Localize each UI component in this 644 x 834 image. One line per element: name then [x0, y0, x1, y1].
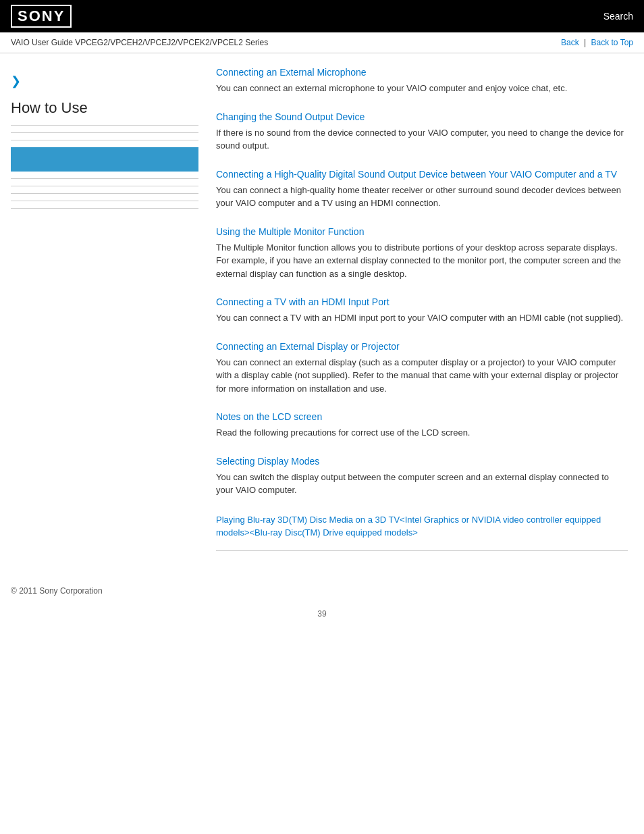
sidebar-divider-7: [11, 201, 198, 201]
bottom-link[interactable]: Playing Blu-ray 3D(TM) Disc Media on a 3…: [216, 515, 601, 538]
breadcrumb: VAIO User Guide VPCEG2/VPCEH2/VPCEJ2/VPC…: [11, 38, 268, 47]
section-title-ext-display[interactable]: Connecting an External Display or Projec…: [216, 341, 628, 352]
back-to-top-link[interactable]: Back to Top: [591, 38, 633, 47]
sidebar-divider-2: [11, 132, 198, 133]
section-body-multiple-monitor: The Multiple Monitor function allows you…: [216, 241, 628, 281]
page-number: 39: [317, 609, 326, 619]
section-title-sound-output[interactable]: Changing the Sound Output Device: [216, 111, 628, 122]
sidebar-arrow[interactable]: ❯: [11, 74, 198, 88]
section-sound-output: Changing the Sound Output Device If ther…: [216, 111, 628, 153]
main-container: ❯ How to Use Connecting an External Micr…: [0, 53, 644, 575]
search-button[interactable]: Search: [603, 11, 633, 22]
section-title-lcd-screen[interactable]: Notes on the LCD screen: [216, 411, 628, 422]
section-title-tv-hdmi[interactable]: Connecting a TV with an HDMI Input Port: [216, 296, 628, 307]
sub-header: VAIO User Guide VPCEG2/VPCEH2/VPCEJ2/VPC…: [0, 32, 644, 53]
section-title-ext-microphone[interactable]: Connecting an External Microphone: [216, 67, 628, 78]
section-body-digital-sound: You can connect a high-quality home thea…: [216, 184, 628, 210]
copyright: © 2011 Sony Corporation: [0, 575, 644, 596]
sidebar-divider-8: [11, 208, 198, 209]
section-lcd-screen: Notes on the LCD screen Read the followi…: [216, 411, 628, 440]
sidebar-divider-5: [11, 186, 198, 186]
section-multiple-monitor: Using the Multiple Monitor Function The …: [216, 226, 628, 281]
section-title-display-modes[interactable]: Selecting Display Modes: [216, 456, 628, 467]
section-display-modes: Selecting Display Modes You can switch t…: [216, 456, 628, 497]
sidebar-divider-1: [11, 125, 198, 126]
section-body-ext-microphone: You can connect an external microphone t…: [216, 82, 628, 95]
back-link[interactable]: Back: [561, 38, 579, 47]
section-tv-hdmi: Connecting a TV with an HDMI Input Port …: [216, 296, 628, 325]
section-body-ext-display: You can connect an external display (suc…: [216, 356, 628, 396]
content-area: Connecting an External Microphone You ca…: [209, 67, 644, 562]
nav-divider: |: [584, 38, 588, 47]
sidebar: ❯ How to Use: [0, 67, 209, 562]
sidebar-active-item[interactable]: [11, 147, 198, 172]
sidebar-divider-6: [11, 193, 198, 194]
sony-logo: SONY: [11, 5, 72, 28]
sidebar-divider-4: [11, 178, 198, 179]
section-title-multiple-monitor[interactable]: Using the Multiple Monitor Function: [216, 226, 628, 237]
header: SONY Search: [0, 0, 644, 32]
sidebar-divider-3: [11, 140, 198, 140]
bottom-divider: [216, 550, 628, 551]
section-digital-sound: Connecting a High-Quality Digital Sound …: [216, 169, 628, 210]
sidebar-title: How to Use: [11, 99, 198, 117]
section-body-lcd-screen: Read the following precautions for corre…: [216, 426, 628, 440]
section-body-display-modes: You can switch the display output betwee…: [216, 471, 628, 497]
page-footer: 39: [0, 596, 644, 632]
section-ext-display: Connecting an External Display or Projec…: [216, 341, 628, 396]
section-ext-microphone: Connecting an External Microphone You ca…: [216, 67, 628, 95]
section-title-digital-sound[interactable]: Connecting a High-Quality Digital Sound …: [216, 169, 628, 180]
section-body-sound-output: If there is no sound from the device con…: [216, 126, 628, 153]
section-body-tv-hdmi: You can connect a TV with an HDMI input …: [216, 311, 628, 325]
nav-links: Back | Back to Top: [561, 38, 633, 47]
